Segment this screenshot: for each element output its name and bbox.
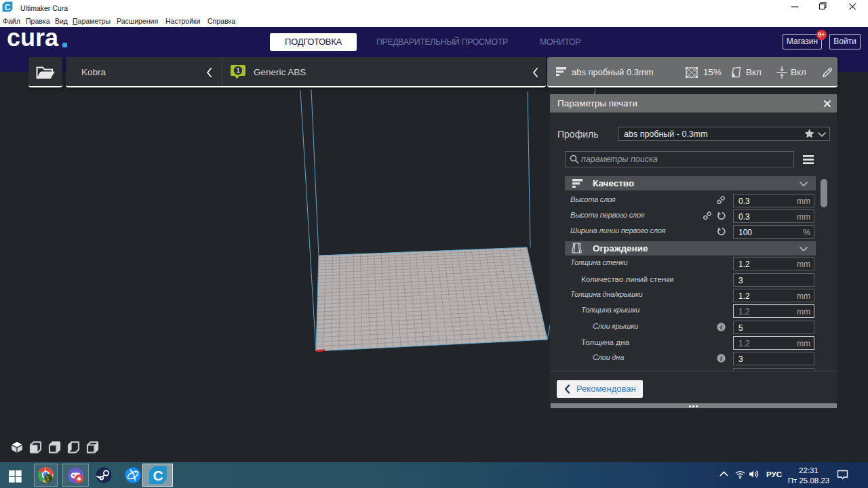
svg-text:i: i [720,323,722,331]
svg-text:i: i [720,354,722,362]
svg-text:1: 1 [236,67,240,75]
svg-text:C: C [5,3,11,12]
svg-text:C: C [153,468,163,483]
